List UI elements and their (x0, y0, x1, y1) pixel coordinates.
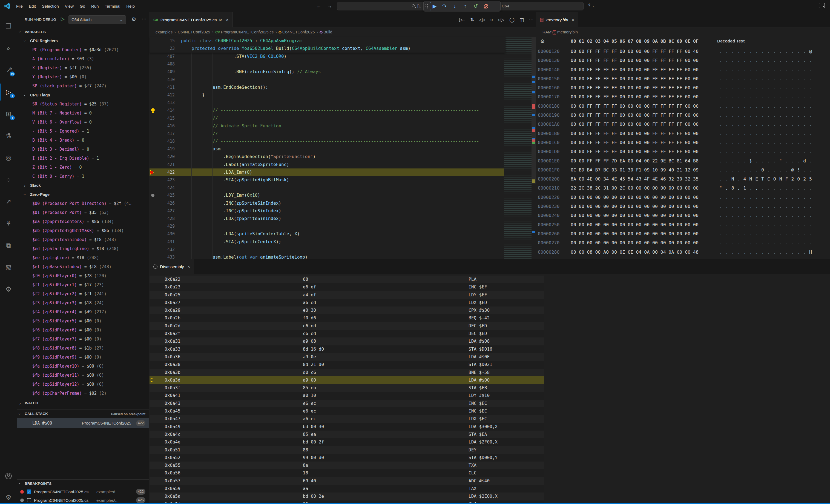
hex-bytes[interactable]: 00 00 FF FF FF FF 00 00 00 00 FF FF FF F… (571, 83, 699, 92)
variable-row[interactable]: $f5 (zpSidPlayer5) = $00 (0) (17, 317, 149, 326)
hex-row[interactable]: 000001E000 00 FF FF FF 7D EA 00 04 00 22… (537, 156, 830, 165)
activity-item-tools-icon[interactable]: ⚙ (0, 281, 17, 298)
activity-item-explorer-icon[interactable]: ❐ (0, 18, 17, 35)
menu-edit[interactable]: Edit (26, 0, 39, 12)
breadcrumb-item[interactable]: C64NETConf2025 (282, 30, 315, 34)
hex-row[interactable]: 0000018000 00 FF FF FF FF 00 00 00 00 FF… (537, 102, 830, 111)
hex-bytes[interactable]: 00 00 00 00 00 00 00 00 00 00 00 00 00 0… (571, 211, 699, 220)
code-line[interactable]: 415 // (150, 115, 504, 122)
variable-row[interactable]: SR (Status Register) = $25 (37) (17, 100, 149, 109)
run-icon[interactable]: ▷⌄ (459, 17, 465, 23)
hex-bytes[interactable]: 00 00 08 00 A0 00 0E 0E 04 0A 00 04 0A 0… (571, 248, 699, 257)
next-change-icon[interactable]: ○▷ (498, 17, 504, 23)
variable-row[interactable]: $f7 (zpSidPlayer7) = $00 (0) (17, 335, 149, 344)
activity-item-source-control-icon[interactable]: ⎇49 (0, 62, 17, 78)
memory-breadcrumb[interactable]: RAM›0110 memory.bin (537, 27, 830, 37)
hex-bytes[interactable]: 00 00 FF FF FF FF 00 00 00 00 FF FF FF F… (571, 102, 699, 111)
menu-file[interactable]: File (13, 0, 26, 12)
disassembly-row[interactable]: 0x0a3f85 ebSTA $EB (150, 384, 544, 392)
hex-row[interactable]: 000001B000 00 FF FF FF FF 00 00 00 00 FF… (537, 129, 830, 138)
variable-row[interactable]: $ea (zpSpriteCenterX) = $86 (134) (17, 217, 149, 226)
breadcrumb-item[interactable]: ProgramC64NETConf2025.cs (221, 30, 274, 34)
variable-row[interactable]: I (Bit 2 - Irq Disable) = 1 (17, 154, 149, 163)
disassembly-row[interactable]: 0x0a41a0 10LDY #$10 (150, 392, 544, 399)
code-line[interactable]: 428 .LDX(zpSpriteSinIndex) (150, 215, 504, 222)
disassembly-row[interactable]: 0x0a36a9 0eLDA #$0E (150, 353, 544, 361)
variable-row[interactable]: $ec (zpSpriteSinIndex) = $f8 (248) (17, 235, 149, 244)
variable-row[interactable]: X (Register) = $ff (255) (17, 64, 149, 72)
sticky-line[interactable]: 23 protected override Mos6502Label Build… (150, 45, 506, 52)
hex-row[interactable]: 0000028000 00 08 00 A0 00 0E 0E 04 0A 00… (537, 248, 830, 257)
hex-bytes[interactable]: 00 00 FF FF FF FF 00 00 00 00 FF FF FF F… (571, 129, 699, 138)
disassembly-row[interactable]: 0x0a2fc6 edDEC $ED (150, 330, 544, 338)
breadcrumb[interactable]: examples›C64NETConf2025›C# ProgramC64NET… (150, 27, 536, 37)
continue-button[interactable]: ▶ (429, 2, 439, 10)
menu-go[interactable]: Go (77, 0, 88, 12)
step-into-button[interactable]: ↓ (450, 2, 459, 10)
hex-bytes[interactable]: 00 00 FF FF FF FF 00 00 00 00 FF FF FF F… (571, 92, 699, 101)
activity-item-history-icon[interactable]: ◌ (0, 171, 17, 188)
code-line[interactable]: 407 .STA(VIC2_BG_COLOR0) (150, 53, 504, 60)
restart-button[interactable]: ↺ (471, 2, 480, 10)
code-line[interactable]: 411 asm.EndCodeSection(); (150, 84, 504, 91)
code-line[interactable]: 433 asm.Label(out var animateSpriteLoop) (150, 253, 504, 259)
breakpoint-row[interactable]: ProgramC64NETConf2025.csexamples\...425 (17, 496, 149, 503)
code-line[interactable]: 414 // ---------------------------------… (150, 106, 504, 114)
close-icon[interactable]: × (226, 18, 228, 23)
variable-row[interactable]: $f2 (zpSidPlayer2) = $f1 (241) (17, 289, 149, 298)
tab-disassembly[interactable]: Disassembly × (150, 259, 194, 274)
activity-item-settings-gear-icon[interactable]: ⚙ (0, 489, 17, 504)
variable-row[interactable]: C (Bit 0 - Carry) = 1 (17, 172, 149, 181)
code-line[interactable]: 422 .LDA_Imm(0) (150, 168, 504, 176)
variable-row[interactable]: $f9 (zpSidPlayer9) = $00 (0) (17, 353, 149, 362)
variable-group[interactable]: ›Zero-Page (17, 190, 149, 199)
gear-icon[interactable]: ⚙ (131, 16, 136, 23)
disassembly-row[interactable]: 0x0a338d 16 d0STA $D016 (150, 345, 544, 353)
call-stack-header[interactable]: › CALL STACK Paused on breakpoint (17, 409, 149, 418)
disassembly-rows[interactable]: 0x0a2268PLA0x0a23e6 efINC $EF0x0a25a4 ef… (150, 276, 544, 504)
disassembly-row[interactable]: 0x0a59aaTAX (150, 485, 544, 493)
sticky-line[interactable]: 15public class C64NETConf2025 : C64AppAs… (150, 37, 506, 45)
activity-item-share-icon[interactable]: ↗ (0, 193, 17, 210)
watch-section[interactable]: › WATCH (17, 398, 149, 409)
hex-bytes[interactable]: 00 00 FF FF FF FF 00 00 00 00 FF FF FF F… (571, 74, 699, 83)
disassembly-row[interactable]: 0x0a5769 40ADC #$40 (150, 477, 544, 485)
hex-row[interactable]: 0000022000 00 00 00 00 00 00 00 00 00 00… (537, 193, 830, 202)
activity-item-testing-icon[interactable]: ⚗ (0, 127, 17, 144)
hex-row[interactable]: 000001D000 00 FF FF FF FF 00 00 00 00 FF… (537, 147, 830, 156)
hex-row[interactable]: 000001F00C BD BA B7 BC 03 01 30 F1 09 10… (537, 165, 830, 175)
hex-bytes[interactable]: 00 00 00 00 00 00 00 00 00 00 00 00 00 0… (571, 193, 699, 202)
activity-item-extensions-icon[interactable]: ⊞1 (0, 105, 17, 122)
disassembly-row[interactable]: 0x0a5299 00 d0STA $D000,Y (150, 454, 544, 462)
code-line[interactable]: 427 .INC(zpSpriteSinIndex) (150, 207, 504, 215)
close-icon[interactable]: × (572, 18, 574, 23)
variable-row[interactable]: - (Bit 5 - Ignored) = 1 (17, 127, 149, 136)
hex-row[interactable]: 000001C000 00 FF FF FF FF 00 00 00 00 FF… (537, 138, 830, 147)
hex-row[interactable]: 0000013000 00 FF FF FF FF 00 00 00 00 FF… (537, 56, 830, 65)
hex-bytes[interactable]: 22 2C 38 2C 31 00 2C 00 00 00 00 00 00 0… (571, 184, 699, 193)
hex-bytes[interactable]: 0C BD BA B7 BC 03 01 30 F1 09 10 09 40 2… (571, 165, 699, 175)
hex-bytes[interactable]: 00 00 FF FF FF FF 00 00 00 00 FF FF FF F… (571, 47, 699, 56)
activity-item-run-debug-icon[interactable]: ▷1 (0, 84, 17, 100)
disassembly-row[interactable]: 0x0a23e6 efINC $EF (150, 283, 544, 291)
code-line[interactable]: 432 (150, 246, 504, 253)
variable-row[interactable]: $f3 (zpSidPlayer3) = $18 (24) (17, 298, 149, 308)
hex-bytes[interactable]: 00 00 FF FF FF FF 00 00 00 00 FF FF FF F… (571, 147, 699, 156)
prev-change-icon[interactable]: ◁○ (479, 17, 485, 23)
breadcrumb-item[interactable]: memory.bin (557, 30, 578, 34)
disassembly-row[interactable]: 0x0a4ebd 00 2fLDA $2F00,X (150, 438, 544, 446)
customize-layout-icon[interactable] (819, 3, 825, 8)
code-line[interactable]: 417 // (150, 130, 504, 137)
hex-row[interactable]: 0000016000 00 FF FF FF FF 00 00 00 00 FF… (537, 83, 830, 92)
hex-row[interactable]: 0000021022 2C 38 2C 31 00 2C 00 00 00 00… (537, 184, 830, 193)
disassembly-row[interactable]: 0x0a49bd 00 30LDA $3000,X (150, 423, 544, 431)
breadcrumb-item[interactable]: examples (156, 30, 172, 34)
step-out-button[interactable]: ↑ (461, 2, 470, 10)
hex-row[interactable]: 0000026000 00 00 00 00 00 00 00 00 00 00… (537, 229, 830, 238)
hex-row[interactable]: 0000025000 00 00 00 00 00 00 00 00 00 00… (537, 220, 830, 229)
breakpoint-checkbox[interactable]: ✓ (27, 490, 31, 494)
code-line[interactable]: 409 .BNE(returnFromSinIrq); // Always (150, 68, 504, 75)
variable-group[interactable]: ›CPU Flags (17, 91, 149, 100)
breadcrumb-item[interactable]: Build (323, 30, 332, 34)
hex-bytes[interactable]: 8A 00 4E 00 34 4E 45 54 43 4F 4E 46 32 3… (571, 175, 699, 184)
